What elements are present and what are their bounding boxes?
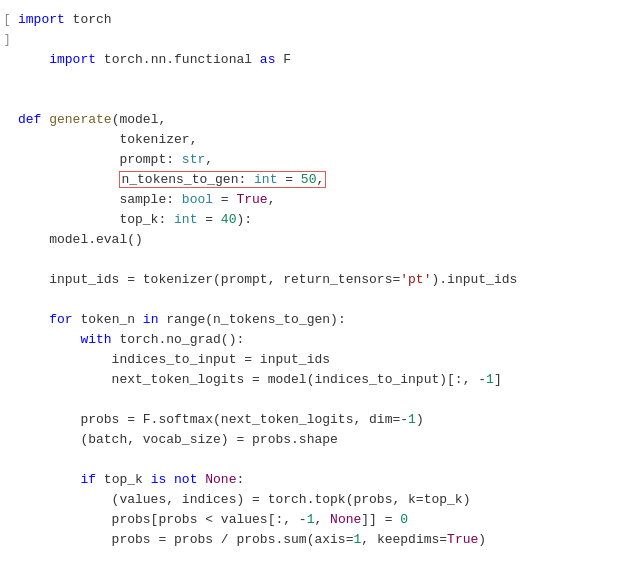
code-line-batch: (batch, vocab_size) = probs.shape bbox=[0, 430, 640, 450]
code-line-prompt: prompt: str, bbox=[0, 150, 640, 170]
code-line-def: def generate(model, bbox=[0, 110, 640, 130]
code-line-empty2 bbox=[0, 90, 640, 110]
code-line-for: for token_n in range(n_tokens_to_gen): bbox=[0, 310, 640, 330]
code-text: import torch.nn.functional as F bbox=[14, 50, 640, 70]
code-line-indices: indices_to_input = input_ids bbox=[0, 350, 640, 370]
code-line-empty4 bbox=[0, 290, 640, 310]
code-line-logits: next_token_logits = model(indices_to_inp… bbox=[0, 370, 640, 390]
code-line-empty6 bbox=[0, 450, 640, 470]
code-line-2: import torch.nn.functional as F bbox=[0, 50, 640, 70]
code-line-empty3 bbox=[0, 250, 640, 270]
code-line-tokenizer: tokenizer, bbox=[0, 130, 640, 150]
code-line-probsnorm: probs = probs / probs.sum(axis=1, keepdi… bbox=[0, 530, 640, 550]
code-line-with: with torch.no_grad(): bbox=[0, 330, 640, 350]
cell-indicator: [ ] bbox=[0, 10, 14, 50]
code-line-eval: model.eval() bbox=[0, 230, 640, 250]
code-line-probs: probs = F.softmax(next_token_logits, dim… bbox=[0, 410, 640, 430]
code-line-topk: top_k: int = 40): bbox=[0, 210, 640, 230]
code-line-inputids: input_ids = tokenizer(prompt, return_ten… bbox=[0, 270, 640, 290]
code-line-iftopk: if top_k is not None: bbox=[0, 470, 640, 490]
code-line-sample: sample: bool = True, bbox=[0, 190, 640, 210]
code-line-values: (values, indices) = torch.topk(probs, k=… bbox=[0, 490, 640, 510]
code-container: [ ] import torch import torch.nn.functio… bbox=[0, 0, 640, 572]
code-text: import torch bbox=[14, 10, 640, 30]
code-line-ntokens: n_tokens_to_gen: int = 50, bbox=[0, 170, 640, 190]
code-line-empty bbox=[0, 70, 640, 90]
code-line-probsfilter: probs[probs < values[:, -1, None]] = 0 bbox=[0, 510, 640, 530]
code-line-empty7 bbox=[0, 550, 640, 570]
code-line-1: [ ] import torch bbox=[0, 10, 640, 50]
code-line-empty5 bbox=[0, 390, 640, 410]
